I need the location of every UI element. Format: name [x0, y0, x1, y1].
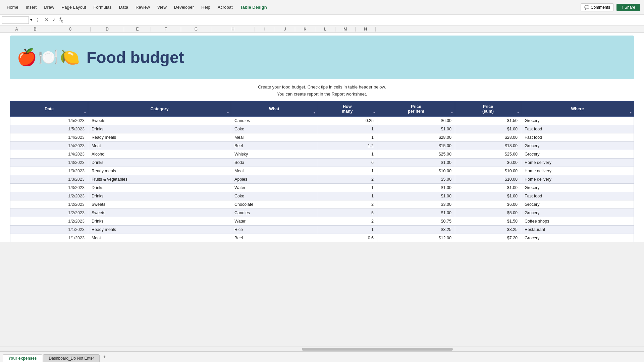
- table-cell[interactable]: Meat: [88, 141, 231, 150]
- table-cell[interactable]: Grocery: [521, 234, 634, 242]
- col-header-l[interactable]: L: [315, 27, 335, 32]
- table-cell[interactable]: 1/4/2023: [10, 141, 88, 150]
- col-header-k[interactable]: K: [295, 27, 315, 32]
- table-cell[interactable]: 2: [317, 217, 377, 225]
- table-cell[interactable]: 1/4/2023: [10, 133, 88, 141]
- table-cell[interactable]: Drinks: [88, 158, 231, 167]
- table-cell[interactable]: $1.00: [377, 208, 455, 217]
- table-cell[interactable]: Grocery: [521, 116, 634, 125]
- table-cell[interactable]: 1/3/2023: [10, 183, 88, 192]
- table-cell[interactable]: 1: [317, 133, 377, 141]
- table-cell[interactable]: $6.00: [455, 158, 521, 167]
- table-cell[interactable]: Fast food: [521, 192, 634, 200]
- table-cell[interactable]: 2: [317, 200, 377, 208]
- table-cell[interactable]: $1.50: [455, 217, 521, 225]
- table-cell[interactable]: Candies: [231, 208, 317, 217]
- table-cell[interactable]: $28.00: [377, 133, 455, 141]
- col-header-where[interactable]: Where▼: [521, 101, 634, 116]
- col-header-date[interactable]: Date▼: [10, 101, 88, 116]
- table-cell[interactable]: Alcohol: [88, 150, 231, 158]
- menu-item-formulas[interactable]: Formulas: [90, 3, 115, 11]
- table-cell[interactable]: 1/1/2023: [10, 225, 88, 234]
- table-cell[interactable]: Meal: [231, 133, 317, 141]
- table-cell[interactable]: $25.00: [377, 150, 455, 158]
- table-cell[interactable]: $1.00: [455, 125, 521, 133]
- col-header-f[interactable]: F: [151, 27, 181, 32]
- col-header-what[interactable]: What▼: [231, 101, 317, 116]
- table-cell[interactable]: Beef: [231, 234, 317, 242]
- col-header-g[interactable]: G: [181, 27, 211, 32]
- menu-item-review[interactable]: Review: [132, 3, 153, 11]
- filter-arrow-1[interactable]: ▼: [226, 111, 229, 114]
- table-cell[interactable]: 1/2/2023: [10, 192, 88, 200]
- table-cell[interactable]: $5.00: [377, 175, 455, 183]
- table-cell[interactable]: Drinks: [88, 183, 231, 192]
- table-cell[interactable]: $10.00: [455, 175, 521, 183]
- table-cell[interactable]: 1: [317, 225, 377, 234]
- table-cell[interactable]: Coke: [231, 192, 317, 200]
- table-cell[interactable]: Ready meals: [88, 225, 231, 234]
- filter-arrow-3[interactable]: ▼: [373, 111, 376, 114]
- formula-input[interactable]: =TODAY(): [67, 17, 642, 23]
- col-header-j[interactable]: J: [275, 27, 295, 32]
- dropdown-icon[interactable]: ▼: [30, 18, 33, 22]
- table-cell[interactable]: 1.2: [317, 141, 377, 150]
- table-cell[interactable]: $3.25: [455, 225, 521, 234]
- table-cell[interactable]: 0.25: [317, 116, 377, 125]
- filter-arrow-0[interactable]: ▼: [84, 111, 87, 114]
- col-header-i[interactable]: I: [255, 27, 275, 32]
- cancel-formula-button[interactable]: ✕: [44, 17, 50, 22]
- cell-reference-input[interactable]: [2, 16, 29, 24]
- table-cell[interactable]: Coke: [231, 125, 317, 133]
- table-cell[interactable]: Candies: [231, 116, 317, 125]
- col-header-m[interactable]: M: [335, 27, 356, 32]
- table-cell[interactable]: 1: [317, 192, 377, 200]
- table-cell[interactable]: Grocery: [521, 150, 634, 158]
- table-cell[interactable]: Fruits & vegetables: [88, 175, 231, 183]
- table-cell[interactable]: $1.00: [377, 125, 455, 133]
- table-cell[interactable]: Water: [231, 183, 317, 192]
- table-cell[interactable]: $6.00: [377, 116, 455, 125]
- menu-item-page-layout[interactable]: Page Layout: [58, 3, 90, 11]
- table-cell[interactable]: $1.00: [455, 183, 521, 192]
- col-header-category[interactable]: Category▼: [88, 101, 231, 116]
- table-cell[interactable]: Beef: [231, 141, 317, 150]
- table-cell[interactable]: Home delivery: [521, 175, 634, 183]
- table-cell[interactable]: $1.00: [377, 158, 455, 167]
- menu-item-insert[interactable]: Insert: [22, 3, 40, 11]
- col-header-b[interactable]: B: [20, 27, 50, 32]
- table-cell[interactable]: $3.00: [377, 200, 455, 208]
- table-cell[interactable]: Drinks: [88, 125, 231, 133]
- menu-item-draw[interactable]: Draw: [41, 3, 57, 11]
- formula-bar-menu[interactable]: ⋮: [34, 17, 41, 23]
- table-cell[interactable]: Restaurant: [521, 225, 634, 234]
- col-header-e[interactable]: E: [124, 27, 151, 32]
- col-header-price-sum[interactable]: Price(sum)▼: [455, 101, 521, 116]
- table-cell[interactable]: Meal: [231, 167, 317, 175]
- col-header-h[interactable]: H: [211, 27, 255, 32]
- table-cell[interactable]: 1/2/2023: [10, 208, 88, 217]
- filter-arrow-5[interactable]: ▼: [517, 111, 520, 114]
- table-cell[interactable]: $1.00: [377, 192, 455, 200]
- table-cell[interactable]: 5: [317, 208, 377, 217]
- insert-function-button[interactable]: fx: [58, 17, 64, 23]
- table-cell[interactable]: Whisky: [231, 150, 317, 158]
- table-cell[interactable]: Home delivery: [521, 158, 634, 167]
- table-cell[interactable]: $1.00: [455, 192, 521, 200]
- table-cell[interactable]: 6: [317, 158, 377, 167]
- table-cell[interactable]: Ready meals: [88, 167, 231, 175]
- table-cell[interactable]: 1: [317, 150, 377, 158]
- table-cell[interactable]: $3.25: [377, 225, 455, 234]
- col-header-how-many[interactable]: Howmany▼: [317, 101, 377, 116]
- col-header-n[interactable]: N: [356, 27, 376, 32]
- table-cell[interactable]: 1/3/2023: [10, 167, 88, 175]
- table-cell[interactable]: 1/5/2023: [10, 116, 88, 125]
- share-button[interactable]: ↑ Share: [616, 4, 640, 11]
- table-cell[interactable]: Sweets: [88, 116, 231, 125]
- table-cell[interactable]: Ready meals: [88, 133, 231, 141]
- menu-item-home[interactable]: Home: [3, 3, 22, 11]
- table-cell[interactable]: $28.00: [455, 133, 521, 141]
- menu-item-acrobat[interactable]: Acrobat: [214, 3, 236, 11]
- table-cell[interactable]: Water: [231, 217, 317, 225]
- menu-item-developer[interactable]: Developer: [171, 3, 197, 11]
